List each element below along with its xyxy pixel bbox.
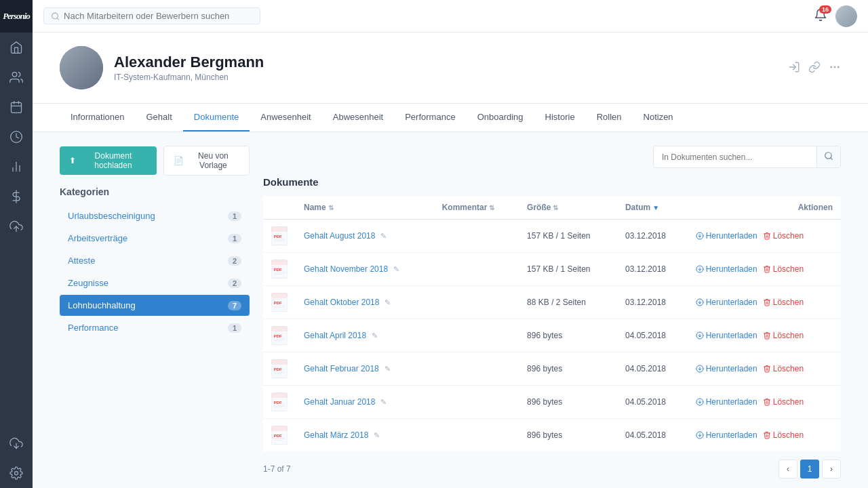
download-link[interactable]: Herunterladen (696, 264, 757, 274)
table-row: PDF Gehalt Februar 2018 ✎ 896 bytes 04.0… (263, 352, 841, 386)
file-actions-cell: Herunterladen Löschen (688, 386, 841, 419)
col-grosse[interactable]: Größe ⇅ (519, 196, 617, 220)
sort-grosse[interactable]: Größe ⇅ (527, 203, 609, 212)
profile-action-more[interactable] (829, 61, 841, 75)
docs-search-box[interactable] (653, 146, 841, 168)
app-logo[interactable]: Personio (0, 0, 33, 33)
col-name[interactable]: Name ⇅ (296, 196, 434, 220)
edit-icon[interactable]: ✎ (380, 398, 387, 407)
file-name-cell[interactable]: Gehalt November 2018 ✎ (296, 253, 434, 286)
sort-datum[interactable]: Datum ▼ (625, 203, 679, 212)
file-name-link[interactable]: Gehalt März 2018 ✎ (304, 430, 426, 440)
tab-dokumente[interactable]: Dokumente (183, 104, 250, 131)
sort-arrow-name: ⇅ (328, 204, 334, 211)
file-name-cell[interactable]: Gehalt Januar 2018 ✎ (296, 386, 434, 419)
category-urlaubsbescheinigung[interactable]: Urlaubsbescheinigung 1 (60, 205, 250, 226)
tab-gehalt[interactable]: Gehalt (136, 104, 183, 131)
file-name-cell[interactable]: Gehalt April 2018 ✎ (296, 319, 434, 352)
sidebar-item-calendar[interactable] (0, 92, 33, 122)
template-icon: 📄 (174, 156, 184, 165)
category-lohnbuchhaltung[interactable]: Lohnbuchhaltung 7 (60, 295, 250, 316)
tab-historie[interactable]: Historie (534, 104, 586, 131)
edit-icon[interactable]: ✎ (393, 265, 399, 274)
sidebar-item-absence[interactable] (0, 122, 33, 152)
pdf-icon: PDF (271, 392, 288, 411)
profile-avatar (60, 46, 103, 89)
docs-toolbar: ⬆ Dokument hochladen 📄 Neu von Vorlage (60, 146, 250, 176)
sidebar-item-reports[interactable] (0, 152, 33, 182)
delete-link[interactable]: Löschen (763, 331, 804, 340)
profile-action-login[interactable] (788, 61, 800, 75)
pagination-next[interactable]: › (822, 460, 841, 479)
svg-point-18 (831, 66, 832, 68)
docs-search-input[interactable] (654, 148, 816, 167)
download-link[interactable]: Herunterladen (696, 298, 757, 307)
file-name-link[interactable]: Gehalt Februar 2018 ✎ (304, 364, 426, 373)
file-name-link[interactable]: Gehalt Januar 2018 ✎ (304, 397, 426, 407)
file-kommentar-cell (434, 386, 519, 419)
col-icon (263, 196, 296, 220)
tab-informationen[interactable]: Informationen (60, 104, 136, 131)
tab-onboarding[interactable]: Onboarding (467, 104, 534, 131)
sidebar-item-salary[interactable] (0, 182, 33, 211)
pagination-prev[interactable]: ‹ (778, 460, 797, 479)
delete-link[interactable]: Löschen (763, 298, 804, 307)
profile-action-link[interactable] (808, 61, 821, 75)
pdf-icon: PDF (271, 293, 288, 312)
delete-link[interactable]: Löschen (763, 364, 804, 373)
file-name-cell[interactable]: Gehalt März 2018 ✎ (296, 419, 434, 452)
delete-link[interactable]: Löschen (763, 264, 804, 274)
tab-notizen[interactable]: Notizen (633, 104, 684, 131)
col-kommentar[interactable]: Kommentar ⇅ (434, 196, 519, 220)
category-performance[interactable]: Performance 1 (60, 317, 250, 338)
sidebar-item-settings[interactable] (0, 458, 33, 488)
svg-rect-43 (271, 327, 288, 332)
delete-link[interactable]: Löschen (763, 397, 804, 407)
edit-icon[interactable]: ✎ (374, 431, 380, 440)
tab-rollen[interactable]: Rollen (586, 104, 633, 131)
edit-icon[interactable]: ✎ (380, 232, 387, 241)
tab-anwesenheit[interactable]: Anwesenheit (250, 104, 321, 131)
delete-link[interactable]: Löschen (763, 430, 804, 440)
sort-kommentar[interactable]: Kommentar ⇅ (442, 203, 511, 212)
search-input[interactable] (64, 11, 253, 21)
download-link[interactable]: Herunterladen (696, 331, 757, 340)
pdf-icon: PDF (271, 426, 288, 445)
notification-icon[interactable]: 16 (814, 8, 827, 24)
file-name-link[interactable]: Gehalt April 2018 ✎ (304, 331, 426, 340)
download-link[interactable]: Herunterladen (696, 364, 757, 373)
file-name-link[interactable]: Gehalt November 2018 ✎ (304, 264, 426, 274)
file-name-cell[interactable]: Gehalt Februar 2018 ✎ (296, 352, 434, 386)
edit-icon[interactable]: ✎ (384, 365, 391, 373)
category-zeugnisse[interactable]: Zeugnisse 2 (60, 272, 250, 293)
file-name-link[interactable]: Gehalt August 2018 ✎ (304, 231, 426, 241)
global-search-box[interactable] (43, 7, 260, 24)
sidebar-item-home[interactable] (0, 33, 33, 62)
edit-icon[interactable]: ✎ (372, 331, 378, 340)
sidebar-item-cloud[interactable] (0, 211, 33, 241)
sort-name[interactable]: Name ⇅ (304, 203, 426, 212)
edit-icon[interactable]: ✎ (384, 298, 391, 307)
profile-actions (788, 61, 841, 75)
upload-button[interactable]: ⬆ Dokument hochladen (60, 146, 157, 175)
pagination-page-1[interactable]: 1 (800, 460, 819, 479)
download-link[interactable]: Herunterladen (696, 231, 757, 241)
col-datum[interactable]: Datum ▼ (617, 196, 688, 220)
file-name-link[interactable]: Gehalt Oktober 2018 ✎ (304, 298, 426, 307)
sidebar-item-export[interactable] (0, 428, 33, 458)
user-avatar[interactable] (835, 5, 857, 27)
file-name-cell[interactable]: Gehalt Oktober 2018 ✎ (296, 286, 434, 319)
file-actions-cell: Herunterladen Löschen (688, 352, 841, 386)
docs-search-button[interactable] (816, 146, 840, 167)
download-link[interactable]: Herunterladen (696, 430, 757, 440)
category-atteste[interactable]: Atteste 2 (60, 250, 250, 271)
category-arbeitsvertraege[interactable]: Arbeitsverträge 1 (60, 228, 250, 249)
file-kommentar-cell (434, 286, 519, 319)
tab-abwesenheit[interactable]: Abwesenheit (322, 104, 394, 131)
sidebar-item-employees[interactable] (0, 62, 33, 92)
tab-performance[interactable]: Performance (394, 104, 466, 131)
new-from-template-button[interactable]: 📄 Neu von Vorlage (163, 146, 250, 176)
file-name-cell[interactable]: Gehalt August 2018 ✎ (296, 220, 434, 253)
delete-link[interactable]: Löschen (763, 231, 804, 241)
download-link[interactable]: Herunterladen (696, 397, 757, 407)
